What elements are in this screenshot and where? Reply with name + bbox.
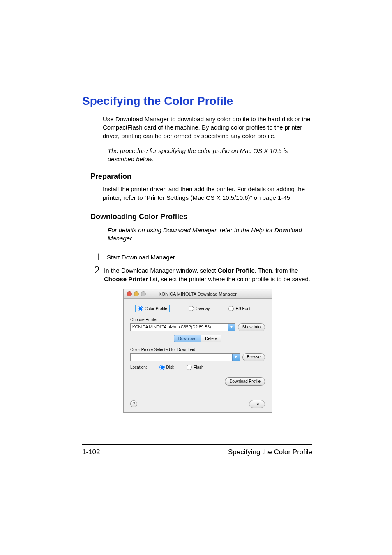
radio-overlay[interactable]: Overlay — [189, 305, 210, 312]
note-text: The procedure for specifying the color p… — [99, 146, 312, 164]
show-info-button[interactable]: Show Info — [238, 323, 265, 331]
text: In the Download Manager window, select — [104, 267, 218, 274]
radio-label: Overlay — [196, 306, 210, 311]
choose-printer-row: KONICA MINOLTA bizhub C35P(D2:89:B8) Sho… — [130, 323, 265, 331]
titlebar: KONICA MINOLTA Download Manager — [124, 289, 272, 299]
window-body: Color Profile Overlay PS Font Choose Pri… — [124, 299, 272, 392]
step-2: 2 In the Download Manager window, select… — [95, 265, 312, 283]
bold-text: Color Profile — [218, 267, 255, 274]
step-number: 2 — [95, 265, 100, 275]
tab-bar: Download Delete — [130, 335, 265, 342]
radio-disk[interactable]: Disk — [159, 365, 174, 370]
printer-select[interactable]: KONICA MINOLTA bizhub C35P(D2:89:B8) — [130, 323, 235, 331]
chevron-down-icon — [228, 324, 235, 331]
tab-delete[interactable]: Delete — [201, 335, 221, 342]
chevron-down-icon — [232, 354, 240, 361]
divider — [117, 395, 278, 395]
step-number: 1 — [95, 252, 103, 262]
type-radio-group: Color Profile Overlay PS Font — [135, 305, 265, 312]
step-1: 1 Start Download Manager. — [95, 252, 312, 262]
tab-download[interactable]: Download — [174, 335, 201, 342]
radio-label: Disk — [166, 365, 174, 370]
text: list, select the printer where the color… — [148, 275, 310, 282]
window-footer: ? Exit — [124, 398, 272, 412]
radio-color-profile[interactable]: Color Profile — [135, 305, 170, 312]
text: . Then, from the — [255, 267, 298, 274]
exit-button[interactable]: Exit — [249, 400, 265, 408]
preparation-body: Install the printer driver, and then add… — [103, 185, 312, 202]
radio-ps-font[interactable]: PS Font — [228, 305, 250, 312]
radio-flash[interactable]: Flash — [187, 365, 203, 370]
radio-input[interactable] — [187, 365, 192, 370]
download-profile-button[interactable]: Download Profile — [225, 377, 265, 386]
page-footer: 1-102 Specifying the Color Profile — [82, 444, 312, 456]
selected-profile-label: Color Profile Selected for Download: — [130, 347, 265, 352]
footer-row: 1-102 Specifying the Color Profile — [82, 448, 312, 456]
intro-paragraph: Use Download Manager to download any col… — [103, 115, 312, 140]
bold-text: Choose Printer — [104, 275, 148, 282]
content-area: Specifying the Color Profile Use Downloa… — [82, 95, 312, 413]
note-block-2: For details on using Download Manager, r… — [95, 225, 312, 243]
note-block: The procedure for specifying the color p… — [95, 146, 312, 164]
radio-label: Flash — [194, 365, 203, 370]
section-downloading-title: Downloading Color Profiles — [90, 213, 312, 221]
footer-rule — [82, 444, 312, 445]
help-icon[interactable]: ? — [130, 400, 137, 407]
footer-title: Specifying the Color Profile — [228, 448, 312, 456]
step-text: In the Download Manager window, select C… — [104, 265, 312, 283]
download-manager-window: KONICA MINOLTA Download Manager Color Pr… — [123, 289, 272, 413]
radio-input[interactable] — [189, 306, 194, 311]
profile-select[interactable] — [130, 353, 240, 361]
selected-profile-row: Browse — [130, 353, 265, 361]
choose-printer-label: Choose Printer: — [130, 317, 265, 322]
radio-label: PS Font — [235, 306, 250, 311]
location-row: Location: Disk Flash — [130, 365, 265, 370]
document-page: Specifying the Color Profile Use Downloa… — [0, 0, 392, 555]
step-text: Start Download Manager. — [107, 252, 176, 261]
location-label: Location: — [130, 365, 147, 370]
radio-label: Color Profile — [145, 306, 167, 311]
browse-button[interactable]: Browse — [242, 353, 265, 361]
page-number: 1-102 — [82, 448, 100, 456]
radio-input[interactable] — [228, 306, 234, 311]
section-preparation-title: Preparation — [90, 172, 312, 181]
radio-input[interactable] — [159, 365, 165, 370]
page-title: Specifying the Color Profile — [82, 95, 312, 108]
download-row: Download Profile — [130, 377, 265, 386]
select-value: KONICA MINOLTA bizhub C35P(D2:89:B8) — [132, 325, 211, 329]
window-title: KONICA MINOLTA Download Manager — [124, 291, 272, 296]
note-text-2: For details on using Download Manager, r… — [99, 225, 312, 243]
radio-input[interactable] — [138, 306, 143, 311]
